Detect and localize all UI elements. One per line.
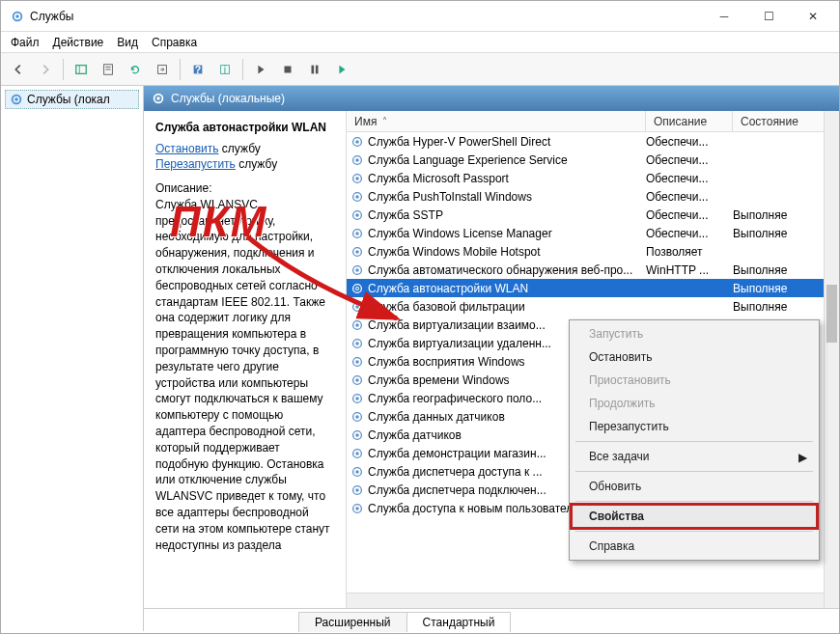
restart-service-link[interactable]: Перезапустить: [155, 157, 236, 171]
svg-point-32: [355, 250, 359, 254]
service-state: Выполняе: [733, 263, 835, 277]
service-name: Служба автонастройки WLAN: [368, 282, 528, 295]
service-desc: Позволяет: [646, 245, 733, 259]
svg-point-22: [355, 158, 359, 162]
svg-point-46: [355, 378, 359, 382]
back-button[interactable]: [7, 58, 30, 81]
refresh-button[interactable]: [124, 58, 147, 81]
tab-extended[interactable]: Расширенный: [298, 612, 407, 632]
gear-icon: [350, 300, 364, 314]
svg-text:?: ?: [195, 63, 201, 74]
service-row[interactable]: Служба автонастройки WLANВыполняе: [347, 279, 839, 297]
start-service-button[interactable]: [249, 58, 272, 81]
service-row[interactable]: Служба Hyper-V PowerShell DirectОбеспечи…: [347, 132, 839, 151]
service-desc: Обеспечи...: [646, 190, 733, 204]
minimize-button[interactable]: ─: [702, 2, 746, 31]
service-name: Служба диспетчера подключен...: [368, 483, 546, 497]
gear-icon: [152, 92, 165, 105]
svg-text:i: i: [224, 63, 226, 74]
service-name: Служба базовой фильтрации: [368, 300, 525, 314]
gear-icon: [350, 410, 364, 424]
cm-stop[interactable]: Остановить: [572, 345, 817, 369]
panel-button[interactable]: [70, 58, 93, 81]
svg-point-1: [15, 14, 19, 18]
service-row[interactable]: Служба базовой фильтрацииВыполняе: [347, 297, 839, 316]
svg-point-44: [355, 360, 359, 364]
svg-rect-2: [76, 65, 87, 73]
restart-service-button[interactable]: [330, 58, 353, 81]
cm-refresh[interactable]: Обновить: [572, 475, 817, 498]
stop-service-link[interactable]: Остановить: [155, 142, 219, 155]
service-desc: WinHTTP ...: [646, 263, 733, 277]
gear-icon: [350, 355, 364, 369]
cm-help[interactable]: Справка: [572, 535, 817, 558]
maximize-button[interactable]: ☐: [746, 2, 791, 31]
service-desc: Обеспечи...: [646, 208, 733, 222]
properties-button[interactable]: [97, 58, 120, 81]
col-description[interactable]: Описание: [646, 111, 733, 131]
service-state: Выполняе: [733, 282, 835, 295]
tree-item-services[interactable]: Службы (локал: [5, 90, 139, 109]
service-row[interactable]: Служба Microsoft PassportОбеспечи...: [347, 169, 839, 187]
menu-file[interactable]: Файл: [11, 36, 40, 49]
service-name: Служба PushToInstall Windows: [368, 190, 532, 204]
service-row[interactable]: Служба Windows Mobile HotspotПозволяет: [347, 242, 839, 261]
svg-point-48: [355, 397, 359, 400]
help-button[interactable]: ?: [186, 58, 210, 81]
svg-point-28: [355, 213, 359, 217]
menu-view[interactable]: Вид: [117, 36, 138, 49]
service-row[interactable]: Служба PushToInstall WindowsОбеспечи...: [347, 187, 839, 206]
service-name: Служба восприятия Windows: [368, 355, 525, 369]
desc-body: Служба WLANSVC предоставляет логику, нео…: [155, 197, 334, 554]
description-pane: Служба автонастройки WLAN Остановить слу…: [144, 111, 347, 608]
cm-restart[interactable]: Перезапустить: [572, 415, 817, 438]
tab-standard[interactable]: Стандартный: [406, 612, 512, 632]
close-button[interactable]: ✕: [791, 2, 835, 31]
service-row[interactable]: Служба Language Experience ServiceОбеспе…: [347, 151, 839, 169]
gear-icon: [350, 245, 364, 259]
desc-heading: Служба автонастройки WLAN: [155, 121, 334, 134]
cm-all-tasks[interactable]: Все задачи ▶: [572, 445, 817, 468]
svg-rect-13: [312, 65, 315, 73]
cm-properties[interactable]: Свойства: [572, 505, 817, 528]
scrollbar-thumb[interactable]: [826, 285, 837, 343]
column-headers: Имя ˄ Описание Состояние: [347, 111, 839, 132]
scrollbar-vertical[interactable]: [824, 111, 839, 608]
gear-icon: [350, 373, 364, 387]
service-desc: Обеспечи...: [646, 135, 733, 149]
svg-point-16: [14, 97, 18, 101]
gear-icon: [350, 172, 364, 185]
gear-icon: [350, 465, 364, 479]
titlebar: Службы ─ ☐ ✕: [1, 1, 839, 32]
stop-service-button[interactable]: [276, 58, 299, 81]
scrollbar-horizontal[interactable]: [347, 593, 839, 608]
gear-icon: [350, 208, 364, 222]
export-button[interactable]: [151, 58, 174, 81]
service-name: Служба географического поло...: [368, 392, 542, 405]
forward-button[interactable]: [34, 58, 57, 81]
service-row[interactable]: Служба SSTPОбеспечи...Выполняе: [347, 206, 839, 224]
menu-action[interactable]: Действие: [53, 36, 104, 49]
svg-point-18: [156, 96, 160, 100]
info-button[interactable]: i: [213, 58, 237, 81]
pause-service-button[interactable]: [303, 58, 326, 81]
svg-point-20: [355, 140, 359, 144]
gear-icon: [350, 502, 364, 515]
svg-point-56: [355, 470, 359, 474]
gear-icon: [350, 392, 364, 405]
service-row[interactable]: Служба Windows License ManagerОбеспечи..…: [347, 224, 839, 242]
cm-pause: Приостановить: [572, 369, 817, 392]
service-name: Служба демонстрации магазин...: [368, 447, 546, 460]
gear-icon: [10, 93, 23, 106]
gear-icon: [350, 483, 364, 497]
col-name[interactable]: Имя ˄: [347, 111, 646, 131]
menu-help[interactable]: Справка: [152, 36, 197, 49]
service-name: Служба Windows Mobile Hotspot: [368, 245, 541, 259]
svg-point-42: [355, 342, 359, 345]
service-row[interactable]: Служба автоматического обнаружения веб-п…: [347, 261, 839, 279]
service-name: Служба времени Windows: [368, 373, 510, 387]
services-icon: [11, 10, 24, 23]
list-header-title: Службы (локальные): [171, 92, 285, 105]
restart-suffix: службу: [238, 157, 277, 171]
service-name: Служба диспетчера доступа к ...: [368, 465, 543, 479]
